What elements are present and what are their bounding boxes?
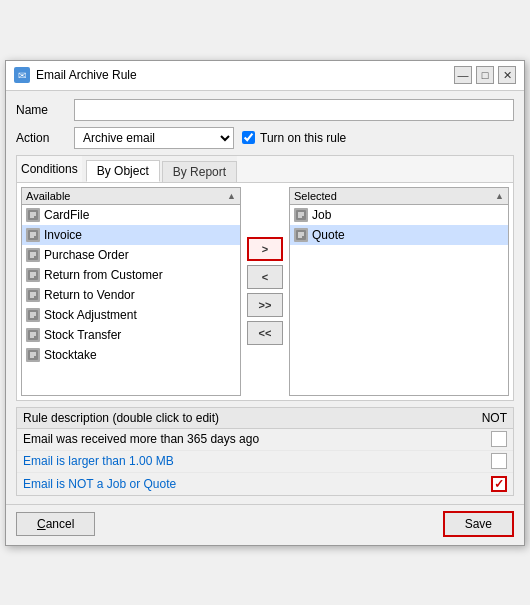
- item-label: Return from Customer: [44, 268, 163, 282]
- list-item[interactable]: Purchase Order: [22, 245, 240, 265]
- cancel-button[interactable]: Cancel: [16, 512, 95, 536]
- rule-description-header: Rule description (double click to edit) …: [16, 407, 514, 428]
- rule-row-checkbox[interactable]: [491, 453, 507, 469]
- rule-description-label: Rule description (double click to edit): [23, 411, 219, 425]
- rule-row[interactable]: Email is NOT a Job or Quote ✓: [17, 473, 513, 495]
- item-label: Stocktake: [44, 348, 97, 362]
- selected-list-items[interactable]: Job Quote: [290, 205, 508, 395]
- list-item[interactable]: Quote: [290, 225, 508, 245]
- available-list-header: Available ▲: [22, 188, 240, 205]
- rule-description-section: Rule description (double click to edit) …: [16, 407, 514, 496]
- move-all-right-button[interactable]: >>: [247, 293, 283, 317]
- email-archive-rule-dialog: ✉ Email Archive Rule — □ ✕ Name Action A…: [5, 60, 525, 546]
- turn-on-label: Turn on this rule: [260, 131, 346, 145]
- item-icon: [26, 248, 40, 262]
- window-title: Email Archive Rule: [36, 68, 137, 82]
- title-left: ✉ Email Archive Rule: [14, 67, 137, 83]
- available-list-items[interactable]: CardFile Invoice Purchase: [22, 205, 240, 395]
- sort-icon: ▲: [495, 191, 504, 201]
- rule-row-checkbox[interactable]: ✓: [491, 476, 507, 492]
- rule-row-text: Email was received more than 365 days ag…: [23, 432, 491, 446]
- title-bar: ✉ Email Archive Rule — □ ✕: [6, 61, 524, 91]
- save-label: Save: [465, 517, 492, 531]
- action-select[interactable]: Archive email: [74, 127, 234, 149]
- selected-header-label: Selected: [294, 190, 337, 202]
- not-label: NOT: [482, 411, 507, 425]
- item-label: Purchase Order: [44, 248, 129, 262]
- list-item[interactable]: Return to Vendor: [22, 285, 240, 305]
- item-icon: [26, 228, 40, 242]
- item-icon: [26, 208, 40, 222]
- list-item[interactable]: Stock Transfer: [22, 325, 240, 345]
- action-row: Action Archive email Turn on this rule: [16, 127, 514, 149]
- list-item[interactable]: Stocktake: [22, 345, 240, 365]
- conditions-label: Conditions: [17, 160, 82, 178]
- list-item[interactable]: Return from Customer: [22, 265, 240, 285]
- save-button[interactable]: Save: [443, 511, 514, 537]
- maximize-button[interactable]: □: [476, 66, 494, 84]
- item-icon: [26, 268, 40, 282]
- sort-icon: ▲: [227, 191, 236, 201]
- item-icon: [26, 308, 40, 322]
- conditions-tabs-row: Conditions By Object By Report: [17, 156, 513, 182]
- item-label: Stock Adjustment: [44, 308, 137, 322]
- selected-list-container: Selected ▲ Job: [289, 187, 509, 396]
- item-label: Quote: [312, 228, 345, 242]
- item-label: Stock Transfer: [44, 328, 121, 342]
- name-label: Name: [16, 103, 66, 117]
- dialog-footer: Cancel Save: [6, 504, 524, 545]
- minimize-button[interactable]: —: [454, 66, 472, 84]
- turn-on-checkbox[interactable]: [242, 131, 255, 144]
- title-buttons: — □ ✕: [454, 66, 516, 84]
- item-label: CardFile: [44, 208, 89, 222]
- window-icon: ✉: [14, 67, 30, 83]
- name-input[interactable]: [74, 99, 514, 121]
- tabs-header: By Object By Report: [82, 156, 237, 182]
- list-item[interactable]: Job: [290, 205, 508, 225]
- item-icon: [294, 208, 308, 222]
- close-button[interactable]: ✕: [498, 66, 516, 84]
- list-item[interactable]: Stock Adjustment: [22, 305, 240, 325]
- item-label: Return to Vendor: [44, 288, 135, 302]
- rule-row-text: Email is larger than 1.00 MB: [23, 454, 491, 468]
- rule-row[interactable]: Email was received more than 365 days ag…: [17, 429, 513, 451]
- list-item[interactable]: CardFile: [22, 205, 240, 225]
- move-left-button[interactable]: <: [247, 265, 283, 289]
- item-icon: [26, 328, 40, 342]
- available-header-label: Available: [26, 190, 70, 202]
- available-list-container: Available ▲ CardFile: [21, 187, 241, 396]
- turn-on-row: Turn on this rule: [242, 131, 346, 145]
- transfer-buttons: > < >> <<: [245, 187, 285, 396]
- item-label: Invoice: [44, 228, 82, 242]
- selected-list-header: Selected ▲: [290, 188, 508, 205]
- item-icon: [294, 228, 308, 242]
- rule-row[interactable]: Email is larger than 1.00 MB: [17, 451, 513, 473]
- object-panel: Available ▲ CardFile: [17, 182, 513, 400]
- item-icon: [26, 288, 40, 302]
- move-all-left-button[interactable]: <<: [247, 321, 283, 345]
- conditions-container: Conditions By Object By Report Available: [16, 155, 514, 401]
- rule-row-text: Email is NOT a Job or Quote: [23, 477, 491, 491]
- move-right-button[interactable]: >: [247, 237, 283, 261]
- name-row: Name: [16, 99, 514, 121]
- action-label: Action: [16, 131, 66, 145]
- item-label: Job: [312, 208, 331, 222]
- cancel-label: Cancel: [37, 517, 74, 531]
- rule-rows: Email was received more than 365 days ag…: [16, 428, 514, 496]
- list-item[interactable]: Invoice: [22, 225, 240, 245]
- item-icon: [26, 348, 40, 362]
- dialog-content: Name Action Archive email Turn on this r…: [6, 91, 524, 504]
- tab-by-object[interactable]: By Object: [86, 160, 160, 182]
- rule-row-checkbox[interactable]: [491, 431, 507, 447]
- tab-by-report[interactable]: By Report: [162, 161, 237, 182]
